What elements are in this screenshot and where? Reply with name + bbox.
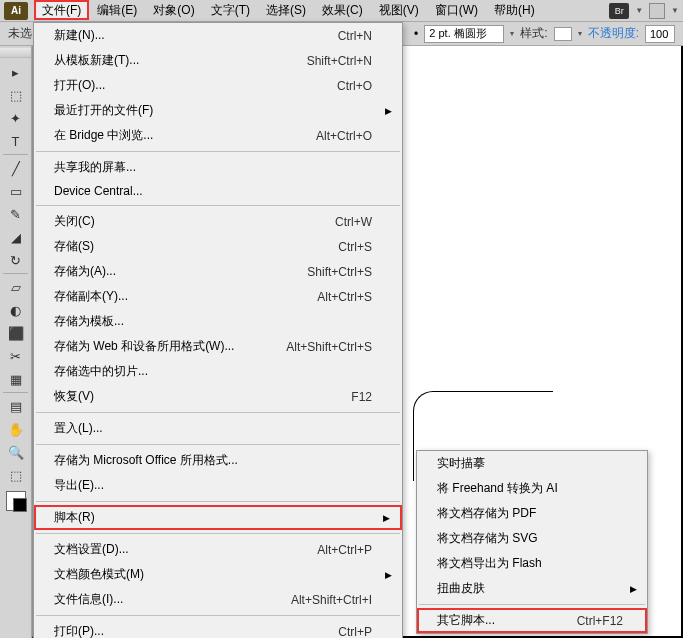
stroke-input[interactable] bbox=[424, 25, 504, 43]
menu-对象(O)[interactable]: 对象(O) bbox=[145, 0, 202, 20]
tool-17[interactable]: ⬚ bbox=[4, 464, 28, 486]
menu-item-存储副本(Y)...[interactable]: 存储副本(Y)...Alt+Ctrl+S bbox=[34, 284, 402, 309]
submenu-item-将文档存储为 SVG[interactable]: 将文档存储为 SVG bbox=[417, 526, 647, 551]
selection-label: 未选 bbox=[8, 25, 32, 42]
menu-item-文档颜色模式(M)[interactable]: 文档颜色模式(M)▶ bbox=[34, 562, 402, 587]
menu-item-共享我的屏幕...[interactable]: 共享我的屏幕... bbox=[34, 155, 402, 180]
menu-item-新建(N)...[interactable]: 新建(N)...Ctrl+N bbox=[34, 23, 402, 48]
menu-item-从模板新建(T)...[interactable]: 从模板新建(T)...Shift+Ctrl+N bbox=[34, 48, 402, 73]
dropdown-arrow-icon[interactable]: ▾ bbox=[578, 29, 582, 38]
submenu-arrow-icon: ▶ bbox=[630, 584, 637, 594]
tool-2[interactable]: ✦ bbox=[4, 107, 28, 129]
menu-item-存储为 Microsoft Office 所用格式...[interactable]: 存储为 Microsoft Office 所用格式... bbox=[34, 448, 402, 473]
tool-3[interactable]: T bbox=[4, 130, 28, 152]
tool-15[interactable]: ✋ bbox=[4, 418, 28, 440]
dropdown-arrow-icon[interactable]: ▼ bbox=[635, 6, 643, 15]
menu-item-打印(P)...[interactable]: 打印(P)...Ctrl+P bbox=[34, 619, 402, 638]
menu-item-存储为模板...[interactable]: 存储为模板... bbox=[34, 309, 402, 334]
dot-icon: • bbox=[414, 27, 418, 41]
script-submenu: 实时描摹将 Freehand 转换为 AI将文档存储为 PDF将文档存储为 SV… bbox=[416, 450, 648, 634]
style-swatch[interactable] bbox=[554, 27, 572, 41]
tool-0[interactable]: ▸ bbox=[4, 61, 28, 83]
fill-stroke-swatch[interactable] bbox=[6, 491, 26, 511]
tool-16[interactable]: 🔍 bbox=[4, 441, 28, 463]
file-menu-dropdown: 新建(N)...Ctrl+N从模板新建(T)...Shift+Ctrl+N打开(… bbox=[33, 22, 403, 638]
toolbox: ▸⬚✦T╱▭✎◢↻▱◐⬛✂▦▤✋🔍⬚ bbox=[0, 46, 32, 638]
tool-5[interactable]: ▭ bbox=[4, 180, 28, 202]
menu-视图(V)[interactable]: 视图(V) bbox=[371, 0, 427, 20]
opacity-label: 不透明度: bbox=[588, 25, 639, 42]
menu-item-脚本(R)[interactable]: 脚本(R)▶ bbox=[34, 505, 402, 530]
submenu-item-将文档存储为 PDF[interactable]: 将文档存储为 PDF bbox=[417, 501, 647, 526]
menu-文字(T)[interactable]: 文字(T) bbox=[203, 0, 258, 20]
arrange-icon[interactable] bbox=[649, 3, 665, 19]
menu-item-文档设置(D)...[interactable]: 文档设置(D)...Alt+Ctrl+P bbox=[34, 537, 402, 562]
menu-item-存储(S)[interactable]: 存储(S)Ctrl+S bbox=[34, 234, 402, 259]
menu-选择(S)[interactable]: 选择(S) bbox=[258, 0, 314, 20]
tool-6[interactable]: ✎ bbox=[4, 203, 28, 225]
tool-4[interactable]: ╱ bbox=[4, 157, 28, 179]
bridge-icon[interactable]: Br bbox=[609, 3, 629, 19]
style-label: 样式: bbox=[520, 25, 547, 42]
menu-编辑(E)[interactable]: 编辑(E) bbox=[89, 0, 145, 20]
submenu-item-其它脚本...[interactable]: 其它脚本...Ctrl+F12 bbox=[417, 608, 647, 633]
dropdown-arrow-icon[interactable]: ▾ bbox=[510, 29, 514, 38]
menu-item-在 Bridge 中浏览...[interactable]: 在 Bridge 中浏览...Alt+Ctrl+O bbox=[34, 123, 402, 148]
menu-item-打开(O)...[interactable]: 打开(O)...Ctrl+O bbox=[34, 73, 402, 98]
menu-文件(F)[interactable]: 文件(F) bbox=[34, 0, 89, 20]
menu-item-关闭(C)[interactable]: 关闭(C)Ctrl+W bbox=[34, 209, 402, 234]
menu-item-存储为 Web 和设备所用格式(W)...[interactable]: 存储为 Web 和设备所用格式(W)...Alt+Shift+Ctrl+S bbox=[34, 334, 402, 359]
tool-14[interactable]: ▤ bbox=[4, 395, 28, 417]
menubar: Ai 文件(F)编辑(E)对象(O)文字(T)选择(S)效果(C)视图(V)窗口… bbox=[0, 0, 683, 22]
submenu-arrow-icon: ▶ bbox=[385, 570, 392, 580]
submenu-arrow-icon: ▶ bbox=[385, 106, 392, 116]
tool-11[interactable]: ⬛ bbox=[4, 322, 28, 344]
submenu-item-实时描摹[interactable]: 实时描摹 bbox=[417, 451, 647, 476]
tool-9[interactable]: ▱ bbox=[4, 276, 28, 298]
toolbox-grip[interactable] bbox=[0, 48, 31, 58]
tool-1[interactable]: ⬚ bbox=[4, 84, 28, 106]
menubar-right: Br ▼ ▼ bbox=[609, 3, 679, 19]
menu-item-Device Central...[interactable]: Device Central... bbox=[34, 180, 402, 202]
menu-item-恢复(V)[interactable]: 恢复(V)F12 bbox=[34, 384, 402, 409]
submenu-item-扭曲皮肤[interactable]: 扭曲皮肤▶ bbox=[417, 576, 647, 601]
menu-item-最近打开的文件(F)[interactable]: 最近打开的文件(F)▶ bbox=[34, 98, 402, 123]
tool-13[interactable]: ▦ bbox=[4, 368, 28, 390]
dropdown-arrow-icon[interactable]: ▼ bbox=[671, 6, 679, 15]
tool-12[interactable]: ✂ bbox=[4, 345, 28, 367]
menu-窗口(W)[interactable]: 窗口(W) bbox=[427, 0, 486, 20]
submenu-item-将文档导出为 Flash[interactable]: 将文档导出为 Flash bbox=[417, 551, 647, 576]
tool-7[interactable]: ◢ bbox=[4, 226, 28, 248]
menu-帮助(H)[interactable]: 帮助(H) bbox=[486, 0, 543, 20]
opacity-input[interactable] bbox=[645, 25, 675, 43]
tool-10[interactable]: ◐ bbox=[4, 299, 28, 321]
menu-item-存储选中的切片...[interactable]: 存储选中的切片... bbox=[34, 359, 402, 384]
menu-效果(C)[interactable]: 效果(C) bbox=[314, 0, 371, 20]
menu-item-存储为(A)...[interactable]: 存储为(A)...Shift+Ctrl+S bbox=[34, 259, 402, 284]
tool-8[interactable]: ↻ bbox=[4, 249, 28, 271]
submenu-arrow-icon: ▶ bbox=[383, 513, 390, 523]
menu-item-导出(E)...[interactable]: 导出(E)... bbox=[34, 473, 402, 498]
menu-item-文件信息(I)...[interactable]: 文件信息(I)...Alt+Shift+Ctrl+I bbox=[34, 587, 402, 612]
menu-item-置入(L)...[interactable]: 置入(L)... bbox=[34, 416, 402, 441]
submenu-item-将 Freehand 转换为 AI[interactable]: 将 Freehand 转换为 AI bbox=[417, 476, 647, 501]
app-icon: Ai bbox=[4, 2, 28, 20]
